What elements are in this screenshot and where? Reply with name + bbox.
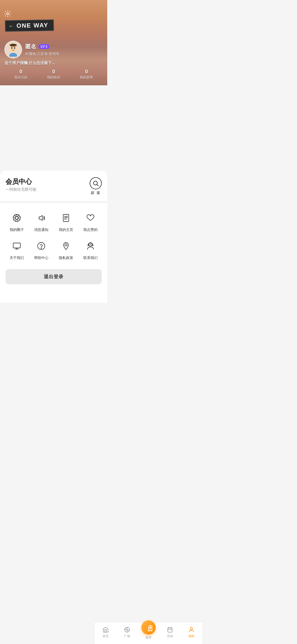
svg-point-28 [65,244,67,246]
ip-location: IP属地:江苏省-苏州市 [25,51,59,56]
stat-following[interactable]: 0 我关注的 [4,69,37,80]
menu-item-help[interactable]: 帮助中心 [30,239,53,260]
privacy-icon [59,239,73,253]
arrow-icon: ← [8,23,14,29]
help-label: 帮助中心 [34,255,48,260]
following-label: 我关注的 [14,75,28,80]
profile-section: 匿名 LV 1 IP属地:江苏省-苏州市 这个用户很懒,什么也没留下... 0 … [4,41,103,80]
menu-item-privacy[interactable]: 隐私政策 [55,239,77,260]
privacy-label: 隐私政策 [59,255,73,260]
bio-text: 这个用户很懒,什么也没留下... [4,61,103,66]
svg-rect-23 [13,243,20,248]
svg-line-11 [18,215,19,217]
svg-line-7 [97,185,99,186]
svg-point-9 [15,217,18,219]
menu-item-notification[interactable]: 消息通知 [30,211,53,232]
member-center-subtitle: 一同前往无限可能 [6,187,36,192]
svg-rect-19 [63,214,69,222]
username: 匿名 [25,43,36,50]
svg-line-15 [15,219,16,221]
svg-line-12 [18,217,20,217]
member-center-header: 会员中心 一同前往无限可能 探 索 [6,177,102,195]
svg-line-17 [13,217,15,217]
circle-label: 我的圈子 [10,227,24,232]
stats-row: 0 我关注的 0 我的粉丝 0 我的获赞 [4,69,103,80]
sign-text: ONE WAY [16,22,48,29]
svg-point-6 [94,181,97,185]
search-icon [90,177,102,189]
contact-icon [83,239,98,253]
fans-count: 0 [52,69,55,75]
about-icon [10,239,24,253]
notification-label: 消息通知 [34,227,48,232]
svg-line-18 [15,215,16,217]
menu-item-about[interactable]: 关于我们 [6,239,28,260]
stat-likes[interactable]: 0 我的获赞 [70,69,103,80]
about-label: 关于我们 [10,255,24,260]
one-way-sign: ← ONE WAY [5,19,54,32]
homepage-icon [59,211,73,225]
svg-point-5 [14,48,15,49]
logout-button[interactable]: 退出登录 [6,269,102,284]
fans-label: 我的粉丝 [47,75,60,80]
section-divider [0,201,107,203]
help-icon [34,239,48,253]
liked-icon [83,211,98,225]
settings-button[interactable] [3,9,13,19]
profile-info: 匿名 LV 1 IP属地:江苏省-苏州市 [25,43,59,56]
circle-icon [10,211,24,225]
svg-point-0 [7,13,9,15]
main-card: 会员中心 一同前往无限可能 探 索 [0,171,107,303]
likes-count: 0 [85,69,88,75]
svg-point-4 [11,48,12,49]
contact-label: 联系我们 [83,255,98,260]
svg-point-27 [41,248,42,249]
stat-fans[interactable]: 0 我的粉丝 [37,69,70,80]
svg-point-3 [10,44,17,47]
notification-icon [34,211,48,225]
search-label: 探 索 [91,190,101,195]
menu-item-circle[interactable]: 我的圈子 [6,211,28,232]
level-badge: LV 1 [38,44,50,49]
search-button[interactable]: 探 索 [90,177,102,195]
menu-grid-row2: 关于我们 帮助中心 隐私政策 [6,237,102,263]
hero-section: ← ONE WAY [0,0,107,85]
member-center-title: 会员中心 [6,177,36,186]
menu-item-liked[interactable]: 我点赞的 [79,211,102,232]
svg-line-14 [17,219,18,221]
liked-label: 我点赞的 [83,227,98,232]
likes-label: 我的获赞 [80,75,93,80]
menu-item-homepage[interactable]: 我的主页 [55,211,77,232]
homepage-label: 我的主页 [59,227,73,232]
menu-grid-row1: 我的圈子 消息通知 我的主页 [6,209,102,234]
following-count: 0 [20,69,22,75]
avatar[interactable] [4,41,22,58]
svg-point-1 [9,53,17,57]
menu-item-contact[interactable]: 联系我们 [79,239,102,260]
